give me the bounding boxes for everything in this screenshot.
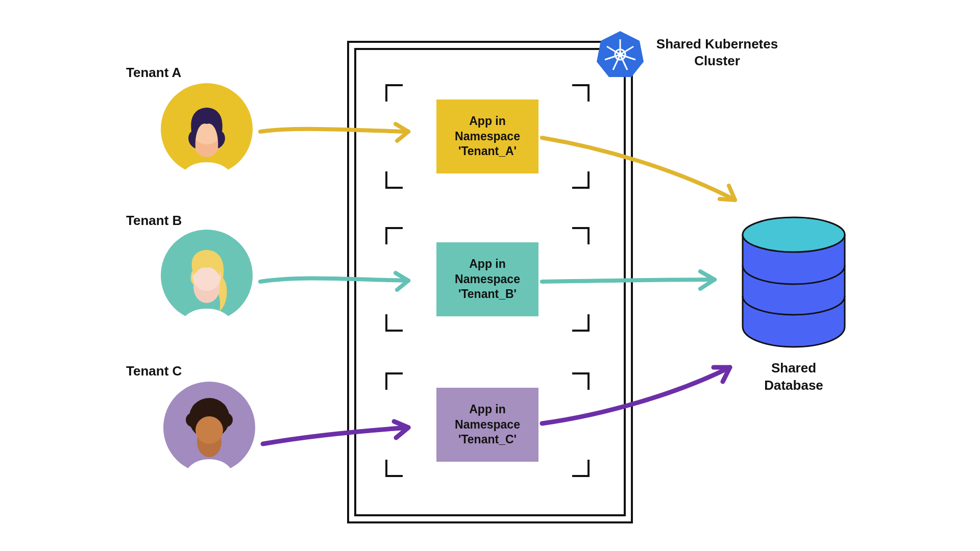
arrow-app-a-to-db [542,138,735,200]
arrows-layer [0,0,980,551]
arrow-app-b-to-db [542,271,715,289]
arrow-tenant-a-to-app [260,124,408,141]
arrow-app-c-to-db [542,367,730,423]
arrow-tenant-c-to-app [263,421,408,444]
arrow-tenant-b-to-app [260,273,408,290]
